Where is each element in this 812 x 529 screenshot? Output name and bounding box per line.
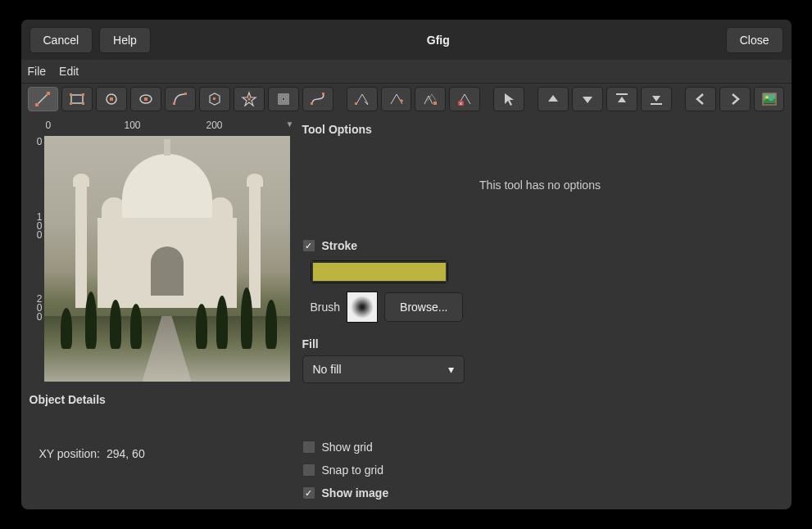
svg-rect-12 — [173, 102, 175, 105]
content: 0 100 200 ▼ ▲ ▶ 0 1 0 0 2 0 0 — [21, 115, 792, 509]
no-options-text: This tool has no options — [302, 179, 778, 192]
tool-prev[interactable] — [685, 87, 716, 111]
menu-edit[interactable]: Edit — [59, 65, 79, 78]
tool-next[interactable] — [719, 87, 751, 111]
svg-rect-5 — [82, 93, 84, 96]
svg-rect-21 — [355, 102, 357, 105]
fill-select[interactable]: No fill ▾ — [302, 355, 465, 383]
svg-rect-19 — [311, 102, 313, 105]
chevron-down-icon: ▾ — [448, 363, 454, 376]
tool-bottom[interactable] — [641, 87, 672, 111]
tool-top[interactable] — [606, 87, 637, 111]
tool-select[interactable] — [493, 87, 524, 111]
tool-ellipse[interactable] — [130, 87, 161, 111]
tool-bezier[interactable] — [302, 87, 333, 111]
tool-raise[interactable] — [538, 87, 569, 111]
tool-line[interactable] — [28, 87, 59, 111]
stroke-label: Stroke — [322, 239, 358, 252]
tool-show-all[interactable] — [754, 87, 785, 111]
brush-label: Brush — [311, 301, 341, 314]
svg-rect-3 — [71, 95, 83, 103]
tool-copy[interactable] — [415, 87, 446, 111]
tool-move-point[interactable] — [347, 87, 378, 111]
svg-rect-15 — [247, 97, 250, 100]
svg-rect-14 — [213, 97, 215, 100]
svg-rect-1 — [35, 103, 39, 106]
window-title: Gfig — [157, 34, 719, 47]
tool-spiral[interactable] — [268, 87, 299, 111]
brush-preview[interactable] — [347, 292, 378, 323]
stroke-checkbox[interactable] — [302, 239, 315, 252]
svg-rect-13 — [184, 93, 187, 95]
menu-file[interactable]: File — [28, 65, 47, 78]
svg-rect-9 — [110, 97, 113, 101]
svg-rect-7 — [82, 102, 84, 105]
help-button[interactable]: Help — [99, 27, 151, 53]
svg-rect-25 — [651, 103, 662, 105]
browse-button[interactable]: Browse... — [384, 292, 463, 322]
object-details: Object Details XY position: 294, 60 — [28, 393, 296, 460]
show-image-checkbox[interactable] — [302, 486, 315, 500]
svg-rect-22 — [433, 102, 437, 105]
close-button[interactable]: Close — [726, 27, 783, 53]
ruler-arrow-icon: ▼ — [286, 120, 294, 129]
show-grid-checkbox[interactable] — [302, 441, 315, 454]
svg-rect-2 — [47, 92, 50, 95]
tool-delete[interactable] — [449, 87, 480, 111]
show-image-label: Show image — [322, 486, 389, 500]
tool-circle[interactable] — [96, 87, 127, 111]
menubar: File Edit — [21, 60, 792, 84]
canvas-preview[interactable] — [44, 136, 290, 382]
svg-rect-17 — [280, 96, 287, 102]
right-panel: Tool Options This tool has no options St… — [296, 115, 792, 509]
ruler-vertical: 0 1 0 0 2 0 0 — [28, 136, 44, 382]
xy-label: XY position: — [39, 447, 100, 460]
fill-label: Fill — [302, 337, 778, 350]
tool-polygon[interactable] — [199, 87, 230, 111]
svg-rect-20 — [322, 93, 324, 95]
svg-rect-11 — [144, 97, 147, 101]
tool-options-title: Tool Options — [302, 123, 778, 136]
tool-arc[interactable] — [165, 87, 196, 111]
svg-rect-6 — [70, 102, 72, 105]
stroke-color-swatch[interactable] — [311, 260, 448, 283]
ruler-horizontal: 0 100 200 ▼ — [44, 118, 296, 136]
snap-grid-checkbox[interactable] — [302, 463, 315, 477]
left-panel: 0 100 200 ▼ ▲ ▶ 0 1 0 0 2 0 0 — [21, 115, 296, 509]
svg-rect-18 — [282, 97, 285, 101]
svg-rect-4 — [70, 93, 72, 96]
titlebar: Cancel Help Gfig Close — [21, 20, 792, 60]
show-grid-label: Show grid — [322, 441, 373, 454]
tool-star[interactable] — [234, 87, 265, 111]
svg-line-0 — [37, 93, 48, 105]
snap-grid-label: Snap to grid — [322, 463, 384, 477]
toolbar — [21, 84, 792, 115]
tool-rectangle[interactable] — [61, 87, 93, 111]
gfig-window: Cancel Help Gfig Close File Edit — [21, 20, 792, 509]
tool-lower[interactable] — [572, 87, 603, 111]
cancel-button[interactable]: Cancel — [29, 27, 93, 53]
svg-rect-24 — [616, 93, 628, 95]
tool-move-object[interactable] — [381, 87, 412, 111]
object-details-title: Object Details — [29, 393, 296, 406]
xy-value: 294, 60 — [107, 447, 145, 460]
